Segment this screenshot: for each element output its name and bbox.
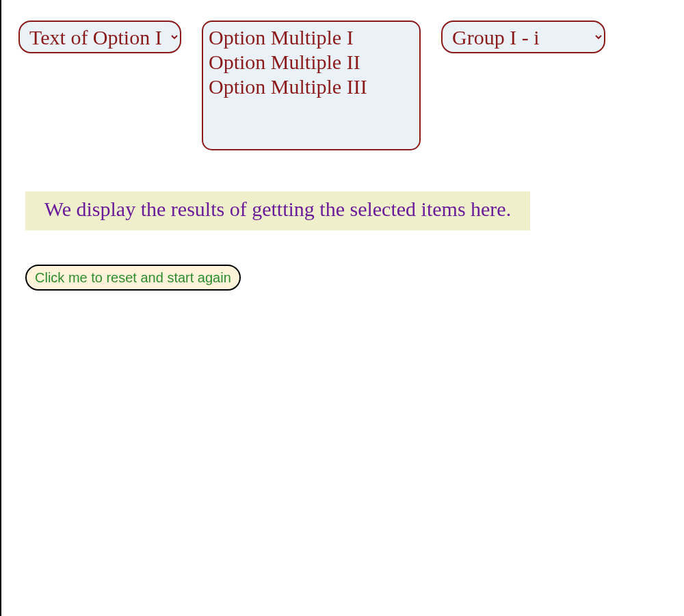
select-multiple[interactable]: Option Multiple I Option Multiple II Opt… (202, 21, 421, 150)
selects-row: Text of Option I Option Multiple I Optio… (18, 21, 667, 150)
reset-button[interactable]: Click me to reset and start again (25, 265, 241, 291)
select-multiple-option-3[interactable]: Option Multiple III (209, 75, 414, 100)
select-single-1[interactable]: Text of Option I (18, 21, 181, 53)
select-multiple-option-1[interactable]: Option Multiple I (209, 26, 414, 51)
select-multiple-option-2[interactable]: Option Multiple II (209, 51, 414, 75)
main-container: Text of Option I Option Multiple I Optio… (1, 0, 684, 311)
select-single-2[interactable]: Group I - i (441, 21, 605, 53)
results-display: We display the results of gettting the s… (25, 191, 530, 230)
